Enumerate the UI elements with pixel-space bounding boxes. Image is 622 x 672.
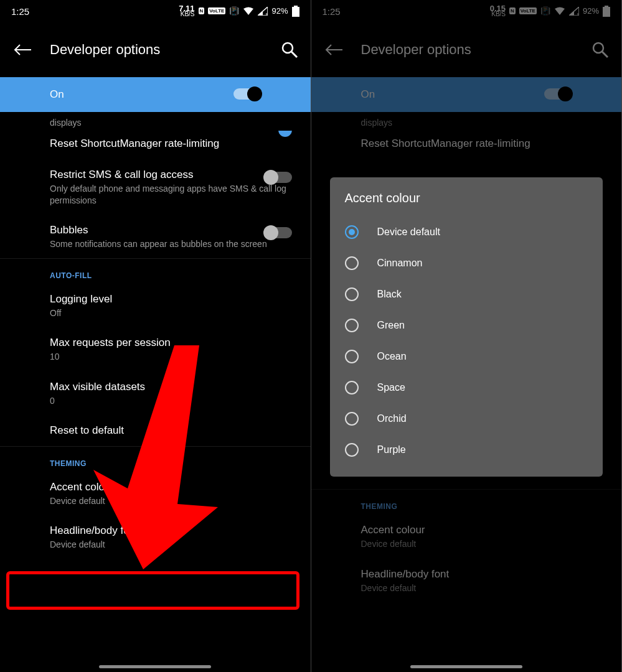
svg-rect-1 (292, 7, 299, 17)
app-header: Developer options (0, 22, 311, 77)
radio-icon (345, 319, 359, 332)
item-accent-colour[interactable]: Accent colour Device default (50, 472, 298, 515)
clock: 1:25 (11, 6, 29, 17)
back-icon[interactable] (14, 44, 31, 56)
radio-option-purple[interactable]: Purple (345, 434, 588, 465)
item-logging-level[interactable]: Logging level Off (50, 284, 298, 327)
status-right: 7.11 KB/S N VoLTE 📳 R 92% (179, 6, 299, 17)
item-max-datasets[interactable]: Max visible datasets 0 (50, 371, 298, 415)
nfc-icon: N (199, 7, 205, 14)
radio-icon (345, 256, 359, 270)
item-bubbles[interactable]: Bubbles Some notifications can appear as… (50, 215, 298, 258)
banner-label: On (50, 88, 64, 101)
wifi-icon (243, 7, 254, 16)
master-toggle[interactable] (233, 88, 261, 101)
radio-option-green[interactable]: Green (345, 310, 588, 341)
item-max-requests[interactable]: Max requests per session 10 (50, 327, 298, 371)
nav-bar-handle[interactable] (99, 665, 211, 668)
svg-text:R: R (266, 12, 268, 16)
radio-option-space[interactable]: Space (345, 372, 588, 403)
settings-list: displays Reset ShortcutManager rate-limi… (0, 113, 311, 559)
radio-icon (345, 443, 359, 457)
annotation-highlight (6, 571, 299, 610)
item-reset-shortcut[interactable]: Reset ShortcutManager rate-limiting (50, 128, 298, 159)
volte-icon: VoLTE (208, 7, 225, 14)
accent-colour-dialog: Accent colour Device default Cinnamon Bl… (330, 177, 603, 477)
radio-icon (345, 287, 359, 301)
item-restrict-sms[interactable]: Restrict SMS & call log access Only defa… (50, 159, 298, 214)
page-title: Developer options (50, 42, 262, 58)
toggle-bubbles[interactable] (265, 227, 292, 240)
signal-icon: R (258, 7, 268, 16)
svg-rect-2 (294, 6, 298, 7)
radio-icon (345, 381, 359, 394)
radio-option-orchid[interactable]: Orchid (345, 403, 588, 434)
master-toggle-banner[interactable]: On (0, 77, 311, 112)
item-headline-font[interactable]: Headline/body font Device default (50, 515, 298, 559)
radio-icon (345, 412, 359, 426)
section-autofill: AUTO-FILL (50, 259, 298, 284)
phone-right: 1:25 0.15 KB/S N VoLTE 📳 R 92% Developer… (311, 0, 623, 672)
nav-bar-handle[interactable] (410, 665, 522, 668)
radio-option-device-default[interactable]: Device default (345, 217, 588, 248)
dialog-title: Accent colour (345, 191, 588, 205)
svg-point-3 (283, 43, 293, 53)
radio-icon (345, 225, 359, 239)
partial-item-sub: displays (50, 113, 298, 128)
net-speed: 7.11 KB/S (179, 6, 194, 17)
search-icon[interactable] (281, 41, 298, 58)
radio-option-ocean[interactable]: Ocean (345, 341, 588, 372)
toggle-restrict-sms[interactable] (265, 172, 292, 184)
section-theming: THEMING (50, 447, 298, 472)
status-bar: 1:25 7.11 KB/S N VoLTE 📳 R 92% (0, 0, 311, 22)
item-reset-default[interactable]: Reset to default (50, 415, 298, 446)
radio-option-black[interactable]: Black (345, 279, 588, 310)
battery-icon (292, 6, 299, 17)
vibrate-icon: 📳 (229, 6, 239, 16)
radio-icon (345, 350, 359, 363)
battery-percent: 92% (271, 6, 288, 16)
radio-option-cinnamon[interactable]: Cinnamon (345, 248, 588, 279)
phone-left: 1:25 7.11 KB/S N VoLTE 📳 R 92% Developer… (0, 0, 311, 672)
